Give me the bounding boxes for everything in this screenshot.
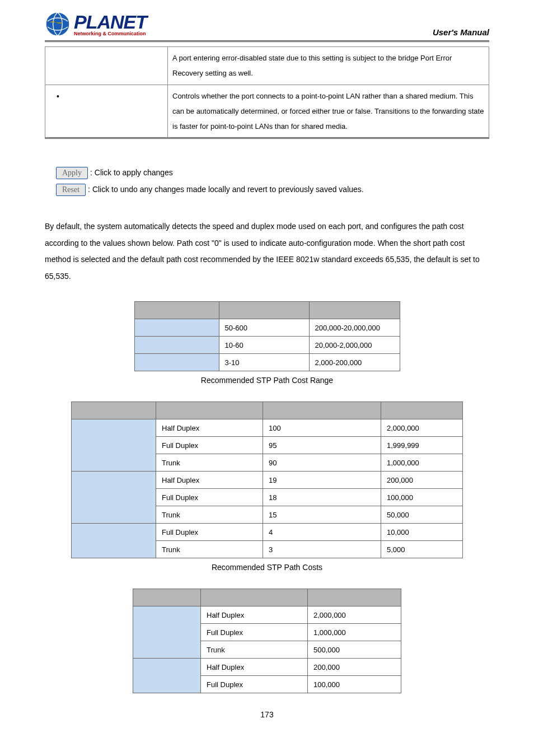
logo-subtext: Networking & Communication [74, 31, 147, 36]
t2c: Full Duplex [156, 524, 263, 541]
t1-h1 [134, 302, 219, 319]
t1-r2-c2: 20,000-2,000,000 [309, 337, 400, 354]
t3c: Full Duplex [201, 676, 308, 693]
info-paragraph: By default, the system automatically det… [45, 218, 489, 284]
default-path-costs-table: Half Duplex2,000,000 Full Duplex1,000,00… [133, 589, 401, 693]
t1-r3-c2: 2,000-200,000 [309, 354, 400, 371]
t3c: Full Duplex [201, 624, 308, 641]
t2-g3-l [72, 524, 156, 558]
desc-row2-text: Controls whether the port connects to a … [168, 85, 489, 138]
t1-h3 [309, 302, 400, 319]
t2c: 4 [263, 524, 381, 541]
table2-caption: Recommended STP Path Costs [45, 563, 489, 572]
t2-h1 [72, 402, 156, 419]
t3c: Half Duplex [201, 606, 308, 624]
t2c: Half Duplex [156, 419, 263, 437]
t3c: 200,000 [308, 659, 401, 676]
t2c: 100,000 [381, 489, 463, 506]
t2c: 90 [263, 454, 381, 472]
t2c: Half Duplex [156, 472, 263, 489]
t1-r2-c1: 10-60 [219, 337, 309, 354]
t2c: 19 [263, 472, 381, 489]
path-costs-table: Half Duplex1002,000,000 Full Duplex951,9… [71, 402, 463, 558]
t2c: 200,000 [381, 472, 463, 489]
t3-h1 [133, 589, 201, 606]
t3c: Half Duplex [201, 659, 308, 676]
t1-r3-c1: 3-10 [219, 354, 309, 371]
t2c: 1,000,000 [381, 454, 463, 472]
t2c: Full Duplex [156, 489, 263, 506]
t2c: 3 [263, 541, 381, 558]
reset-desc: : Click to undo any changes made locally… [88, 185, 364, 194]
t1-r3-l [134, 354, 219, 371]
desc-row2-label: • [45, 85, 168, 138]
t2c: 2,000,000 [381, 419, 463, 437]
t2-h4 [381, 402, 463, 419]
t2c: 10,000 [381, 524, 463, 541]
t2-h3 [263, 402, 381, 419]
t2-h2 [156, 402, 263, 419]
table1-caption: Recommended STP Path Cost Range [45, 376, 489, 385]
t2c: 5,000 [381, 541, 463, 558]
t3c: 500,000 [308, 641, 401, 659]
t2c: 18 [263, 489, 381, 506]
globe-icon [45, 11, 71, 37]
logo: PLANET Networking & Communication [45, 11, 147, 37]
t2c: Trunk [156, 541, 263, 558]
t1-r1-c1: 50-600 [219, 319, 309, 337]
logo-text: PLANET [74, 12, 147, 31]
t2c: 15 [263, 506, 381, 524]
reset-row: Reset: Click to undo any changes made lo… [45, 184, 489, 196]
t3-g1-l [133, 606, 201, 659]
t2c: Trunk [156, 506, 263, 524]
page-number: 173 [45, 710, 489, 719]
desc-row1-text: A port entering error-disabled state due… [168, 47, 489, 85]
apply-desc: : Click to apply changes [90, 168, 173, 177]
desc-row1-label [45, 47, 168, 85]
path-cost-range-table: 50-600200,000-20,000,000 10-6020,000-2,0… [134, 301, 400, 371]
t3c: 2,000,000 [308, 606, 401, 624]
t2c: 100 [263, 419, 381, 437]
t2-g2-l [72, 472, 156, 524]
t3-h2 [201, 589, 308, 606]
t2c: 1,999,999 [381, 437, 463, 454]
t1-h2 [219, 302, 309, 319]
t3c: 1,000,000 [308, 624, 401, 641]
apply-button[interactable]: Apply [56, 167, 88, 179]
reset-button[interactable]: Reset [56, 184, 86, 196]
t1-r2-l [134, 337, 219, 354]
t2c: Trunk [156, 454, 263, 472]
t1-r1-c2: 200,000-20,000,000 [309, 319, 400, 337]
manual-title: User's Manual [433, 27, 489, 37]
t3-g2-l [133, 659, 201, 693]
t2-g1-l [72, 419, 156, 472]
t2c: Full Duplex [156, 437, 263, 454]
apply-row: Apply: Click to apply changes [45, 167, 489, 179]
t3c: 100,000 [308, 676, 401, 693]
page-header: PLANET Networking & Communication User's… [45, 11, 489, 42]
t2c: 95 [263, 437, 381, 454]
t3-h3 [308, 589, 401, 606]
description-table: A port entering error-disabled state due… [45, 46, 489, 139]
t1-r1-l [134, 319, 219, 337]
t3c: Trunk [201, 641, 308, 659]
t2c: 50,000 [381, 506, 463, 524]
